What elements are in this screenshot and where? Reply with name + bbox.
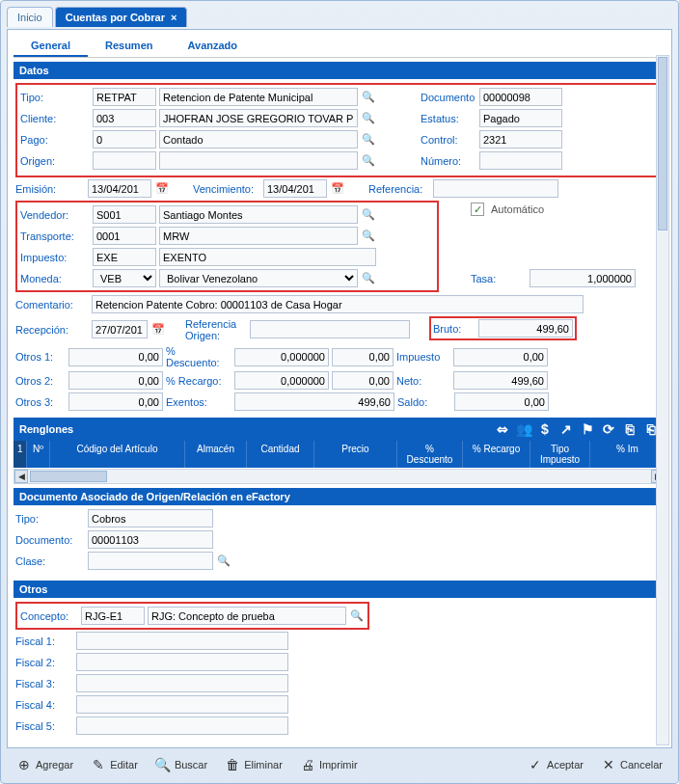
scroll-thumb[interactable]	[30, 471, 107, 482]
editar-button[interactable]: ✎Editar	[85, 754, 144, 775]
origen-code-input[interactable]	[93, 151, 156, 170]
refori-input[interactable]	[250, 320, 410, 338]
pctdesc-input[interactable]	[234, 348, 329, 366]
search-icon[interactable]: 🔍	[349, 608, 365, 624]
hscrollbar[interactable]: ◀▶	[14, 469, 665, 484]
search-icon[interactable]: 🔍	[361, 132, 376, 148]
recepcion-input[interactable]	[92, 320, 148, 338]
exentos-input[interactable]	[234, 392, 394, 411]
pago-code-input[interactable]	[93, 130, 156, 149]
agregar-button[interactable]: ⊕Agregar	[11, 754, 79, 775]
buscar-button[interactable]: 🔍Buscar	[149, 754, 213, 775]
col-selector[interactable]: 1	[14, 441, 27, 468]
eliminar-button[interactable]: 🗑Eliminar	[219, 754, 288, 775]
tasa-input[interactable]	[530, 269, 636, 287]
fiscal1-input[interactable]	[76, 632, 288, 650]
transporte-desc-input[interactable]	[159, 227, 358, 245]
close-icon[interactable]: ×	[171, 12, 177, 23]
estatus-input[interactable]	[479, 109, 562, 127]
pago-desc-input[interactable]	[159, 130, 358, 149]
pctrec-val-input[interactable]	[332, 371, 394, 390]
subtab-resumen[interactable]: Resumen	[88, 36, 171, 57]
aceptar-button[interactable]: ✓Aceptar	[522, 754, 589, 775]
col-prec[interactable]: % Recargo	[463, 441, 530, 468]
fiscal4-input[interactable]	[76, 695, 288, 714]
subtab-avanzado[interactable]: Avanzado	[171, 36, 256, 57]
col-precio[interactable]: Precio	[314, 441, 397, 468]
control-input[interactable]	[479, 130, 562, 149]
export-icon[interactable]: ⎘	[621, 420, 638, 438]
users-icon[interactable]: 👥	[515, 420, 532, 438]
search-icon[interactable]: 🔍	[361, 111, 376, 126]
documento-input[interactable]	[479, 88, 562, 106]
impuesto-code-input[interactable]	[93, 248, 156, 266]
vendedor-code-input[interactable]	[93, 205, 156, 224]
search-icon[interactable]: 🔍	[361, 153, 376, 169]
vscrollbar[interactable]	[656, 55, 669, 745]
bruto-input[interactable]	[478, 319, 573, 338]
fiscal5-input[interactable]	[76, 716, 288, 735]
col-alm[interactable]: Almacén	[185, 441, 247, 468]
cliente-desc-input[interactable]	[159, 109, 358, 127]
scroll-left-icon[interactable]: ◀	[14, 470, 28, 483]
imprimir-button[interactable]: 🖨Imprimir	[294, 754, 364, 775]
share-icon[interactable]: ↗	[557, 420, 575, 438]
otros1-input[interactable]	[68, 348, 163, 366]
moneda-desc-select[interactable]: Bolivar Venezolano	[159, 269, 358, 287]
comentario-input[interactable]	[92, 295, 584, 313]
col-pdesc[interactable]: % Descuento	[397, 441, 463, 468]
check-icon: ✓	[528, 757, 543, 772]
cancelar-button[interactable]: ✕Cancelar	[595, 754, 668, 775]
search-icon[interactable]: 🔍	[361, 90, 376, 105]
tipo-desc-input[interactable]	[159, 88, 358, 106]
tab-inicio[interactable]: Inicio	[7, 7, 53, 27]
moneda-code-select[interactable]: VEB	[93, 269, 156, 287]
fiscal2-input[interactable]	[76, 653, 288, 671]
calendar-icon[interactable]: 📅	[150, 322, 166, 338]
dollar-icon[interactable]: $	[536, 420, 554, 438]
calendar-icon[interactable]: 📅	[154, 181, 170, 197]
concepto-code-input[interactable]	[81, 607, 145, 625]
otros3-input[interactable]	[68, 392, 163, 411]
search-icon[interactable]: 🔍	[361, 271, 376, 286]
numero-input[interactable]	[479, 151, 562, 170]
tab-cxc[interactable]: Cuentas por Cobrar×	[55, 7, 188, 27]
expand-icon[interactable]: ⇔	[494, 420, 511, 438]
vscroll-thumb[interactable]	[658, 57, 667, 230]
pctdesc-val-input[interactable]	[332, 348, 394, 366]
tipo-code-input[interactable]	[93, 88, 156, 106]
subtab-general[interactable]: General	[14, 36, 88, 57]
neto-input[interactable]	[453, 371, 548, 390]
aso-doc-input[interactable]	[88, 530, 213, 549]
col-pimp[interactable]: % Im	[590, 441, 665, 468]
search-icon[interactable]: 🔍	[216, 554, 231, 569]
col-n[interactable]: Nº	[27, 441, 50, 468]
vencimiento-input[interactable]	[263, 179, 327, 198]
emision-input[interactable]	[88, 179, 151, 198]
fiscal4-label: Fiscal 4:	[15, 699, 73, 711]
otros2-input[interactable]	[68, 371, 163, 390]
col-timp[interactable]: Tipo Impuesto	[530, 441, 590, 468]
flag-icon[interactable]: ⚑	[579, 420, 596, 438]
vendedor-desc-input[interactable]	[159, 205, 358, 224]
concepto-desc-input[interactable]	[148, 607, 346, 625]
calendar-icon[interactable]: 📅	[330, 181, 345, 197]
impuesto-desc-input[interactable]	[159, 248, 376, 266]
pctdesc-label: % Descuento:	[166, 345, 231, 368]
refresh-icon[interactable]: ⟳	[600, 420, 617, 438]
aso-tipo-input[interactable]	[88, 509, 213, 527]
col-cod[interactable]: Código del Artículo	[50, 441, 185, 468]
fiscal3-input[interactable]	[76, 674, 288, 692]
search-icon[interactable]: 🔍	[361, 207, 376, 223]
referencia-input[interactable]	[433, 179, 558, 198]
impuesto2-input[interactable]	[453, 348, 548, 366]
saldo-input[interactable]	[454, 392, 549, 411]
aso-clase-input[interactable]	[88, 552, 213, 570]
origen-desc-input[interactable]	[159, 151, 358, 170]
pctrec-input[interactable]	[234, 371, 329, 390]
col-cant[interactable]: Cantidad	[247, 441, 314, 468]
transporte-code-input[interactable]	[93, 227, 156, 245]
search-icon[interactable]: 🔍	[361, 229, 376, 244]
cliente-code-input[interactable]	[93, 109, 156, 127]
automatico-checkbox[interactable]: ✓	[471, 203, 484, 216]
